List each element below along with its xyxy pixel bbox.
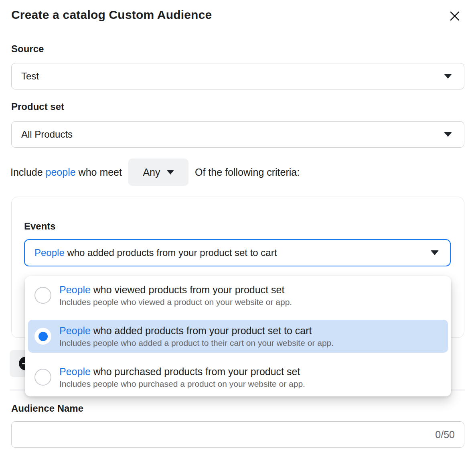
- option-title: People who added products from your prod…: [59, 324, 334, 337]
- events-select-value: People who added products from your prod…: [34, 247, 431, 258]
- events-select[interactable]: People who added products from your prod…: [24, 239, 451, 266]
- dropdown-option-purchased[interactable]: People who purchased products from your …: [28, 361, 448, 394]
- match-any-value: Any: [143, 167, 160, 178]
- product-set-label: Product set: [11, 101, 64, 112]
- dropdown-option-viewed[interactable]: People who viewed products from your pro…: [28, 279, 448, 312]
- option-description: Includes people who viewed a product on …: [59, 297, 292, 308]
- option-title: People who viewed products from your pro…: [59, 283, 292, 297]
- following-criteria-text: Of the following criteria:: [195, 167, 300, 178]
- audience-name-field-wrap: 0/50: [11, 421, 464, 448]
- events-dropdown-menu: People who viewed products from your pro…: [25, 276, 451, 396]
- close-icon: [448, 9, 462, 23]
- chevron-down-icon: [167, 170, 174, 175]
- audience-name-input[interactable]: [11, 421, 464, 448]
- dropdown-option-added-to-cart[interactable]: People who added products from your prod…: [28, 320, 448, 353]
- page-title: Create a catalog Custom Audience: [11, 8, 212, 22]
- source-select-value: Test: [21, 71, 444, 82]
- option-description: Includes people who purchased a product …: [59, 378, 305, 390]
- radio-button[interactable]: [34, 287, 51, 304]
- include-criteria-row: Include people who meet Any Of the follo…: [10, 158, 300, 186]
- audience-name-label: Audience Name: [11, 403, 83, 414]
- people-link[interactable]: people: [46, 167, 76, 178]
- product-set-select[interactable]: All Products: [11, 121, 464, 148]
- include-text: Include people who meet: [10, 167, 122, 178]
- option-title: People who purchased products from your …: [59, 365, 305, 378]
- radio-button[interactable]: [34, 328, 51, 345]
- chevron-down-icon: [444, 132, 452, 137]
- option-description: Includes people who added a product to t…: [59, 337, 334, 349]
- char-counter: 0/50: [435, 421, 455, 448]
- source-label: Source: [11, 43, 44, 55]
- close-button[interactable]: [446, 7, 464, 25]
- product-set-select-value: All Products: [21, 129, 444, 140]
- radio-button[interactable]: [34, 369, 51, 386]
- chevron-down-icon: [444, 74, 452, 79]
- events-label: Events: [24, 221, 56, 232]
- match-any-selector[interactable]: Any: [128, 158, 188, 186]
- source-select[interactable]: Test: [11, 63, 464, 89]
- chevron-down-icon: [431, 250, 439, 255]
